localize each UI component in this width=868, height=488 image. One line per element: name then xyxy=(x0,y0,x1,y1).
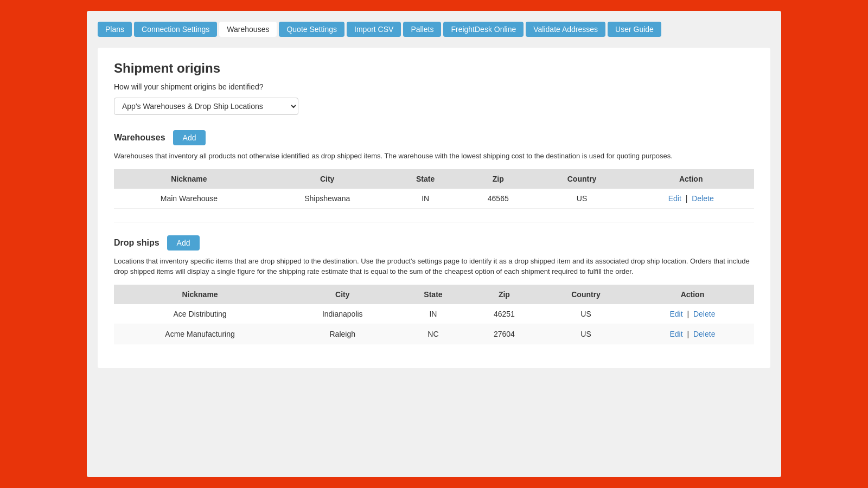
content-area: Shipment origins How will your shipment … xyxy=(98,48,770,368)
delete-link[interactable]: Delete xyxy=(692,194,713,203)
action-separator: | xyxy=(685,330,691,338)
origins-question: How will your shipment origins be identi… xyxy=(114,82,754,91)
warehouses-section-header: Warehouses Add xyxy=(114,130,754,145)
dropships-col-city: City xyxy=(286,285,399,304)
warehouses-title: Warehouses xyxy=(114,133,165,143)
warehouses-col-zip: Zip xyxy=(461,169,536,189)
cell-state: NC xyxy=(399,324,467,344)
cell-zip: 46251 xyxy=(468,304,541,324)
tab-import-csv[interactable]: Import CSV xyxy=(347,22,401,37)
warehouses-table: NicknameCityStateZipCountryAction Main W… xyxy=(114,169,754,209)
dropships-add-button[interactable]: Add xyxy=(167,235,200,251)
cell-city: Raleigh xyxy=(286,324,399,344)
dropships-title: Drop ships xyxy=(114,238,159,248)
page-title: Shipment origins xyxy=(114,61,754,76)
tab-user-guide[interactable]: User Guide xyxy=(608,22,661,37)
warehouses-col-nickname: Nickname xyxy=(114,169,264,189)
cell-state: IN xyxy=(399,304,467,324)
action-cell: Edit | Delete xyxy=(631,324,754,344)
tab-warehouses[interactable]: Warehouses xyxy=(219,22,277,37)
cell-country: US xyxy=(541,324,631,344)
section-divider xyxy=(114,222,754,222)
warehouses-table-header-row: NicknameCityStateZipCountryAction xyxy=(114,169,754,189)
cell-country: US xyxy=(536,189,628,209)
cell-country: US xyxy=(541,304,631,324)
dropships-col-zip: Zip xyxy=(468,285,541,304)
warehouses-col-action: Action xyxy=(628,169,754,189)
tabs-bar: PlansConnection SettingsWarehousesQuote … xyxy=(98,22,770,37)
edit-link[interactable]: Edit xyxy=(669,310,682,318)
dropships-table-header-row: NicknameCityStateZipCountryAction xyxy=(114,285,754,304)
cell-nickname: Ace Distributing xyxy=(114,304,286,324)
cell-nickname: Acme Manufacturing xyxy=(114,324,286,344)
action-cell: Edit | Delete xyxy=(628,189,754,209)
warehouses-col-city: City xyxy=(264,169,391,189)
dropships-section-header: Drop ships Add xyxy=(114,235,754,251)
outer-container: PlansConnection SettingsWarehousesQuote … xyxy=(87,11,781,477)
tab-freightdesk-online[interactable]: FreightDesk Online xyxy=(443,22,524,37)
tab-plans[interactable]: Plans xyxy=(98,22,132,37)
action-cell: Edit | Delete xyxy=(631,304,754,324)
table-row: Ace DistributingIndianapolisIN46251USEdi… xyxy=(114,304,754,324)
origins-select[interactable]: App's Warehouses & Drop Ship LocationsSt… xyxy=(114,98,298,115)
dropships-col-country: Country xyxy=(541,285,631,304)
delete-link[interactable]: Delete xyxy=(693,310,715,318)
dropships-col-action: Action xyxy=(631,285,754,304)
dropships-table-body: Ace DistributingIndianapolisIN46251USEdi… xyxy=(114,304,754,344)
cell-city: Indianapolis xyxy=(286,304,399,324)
warehouses-col-country: Country xyxy=(536,169,628,189)
cell-zip: 46565 xyxy=(461,189,536,209)
tab-validate-addresses[interactable]: Validate Addresses xyxy=(526,22,605,37)
warehouses-table-head: NicknameCityStateZipCountryAction xyxy=(114,169,754,189)
dropships-col-state: State xyxy=(399,285,467,304)
warehouses-add-button[interactable]: Add xyxy=(173,130,206,145)
dropships-description: Locations that inventory specific items … xyxy=(114,256,754,277)
table-row: Acme ManufacturingRaleighNC27604USEdit |… xyxy=(114,324,754,344)
tab-quote-settings[interactable]: Quote Settings xyxy=(279,22,344,37)
dropships-table-head: NicknameCityStateZipCountryAction xyxy=(114,285,754,304)
cell-zip: 27604 xyxy=(468,324,541,344)
edit-link[interactable]: Edit xyxy=(669,330,682,338)
cell-state: IN xyxy=(391,189,461,209)
dropships-col-nickname: Nickname xyxy=(114,285,286,304)
tab-pallets[interactable]: Pallets xyxy=(403,22,441,37)
dropships-table: NicknameCityStateZipCountryAction Ace Di… xyxy=(114,285,754,344)
tab-connection-settings[interactable]: Connection Settings xyxy=(134,22,217,37)
cell-nickname: Main Warehouse xyxy=(114,189,264,209)
cell-city: Shipshewana xyxy=(264,189,391,209)
delete-link[interactable]: Delete xyxy=(693,330,715,338)
warehouses-col-state: State xyxy=(391,169,461,189)
action-separator: | xyxy=(684,194,690,203)
warehouses-table-body: Main WarehouseShipshewanaIN46565USEdit |… xyxy=(114,189,754,209)
warehouses-description: Warehouses that inventory all products n… xyxy=(114,151,754,162)
action-separator: | xyxy=(685,310,691,318)
edit-link[interactable]: Edit xyxy=(668,194,681,203)
table-row: Main WarehouseShipshewanaIN46565USEdit |… xyxy=(114,189,754,209)
